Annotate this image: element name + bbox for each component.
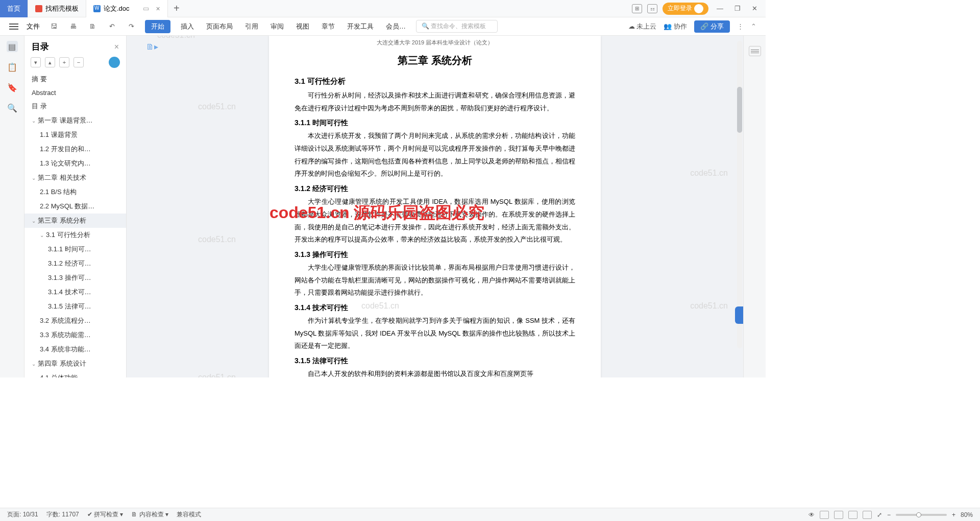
ribbon-tab-ref[interactable]: 引用 <box>243 19 260 34</box>
tab-document[interactable]: 论文.doc▭× <box>86 0 168 17</box>
outline-list[interactable]: 摘 要Abstract目 录⌄第一章 课题背景…1.1 课题背景1.2 开发目的… <box>24 72 126 377</box>
fire-icon <box>35 5 42 12</box>
chapter-title: 第三章 系统分析 <box>295 54 575 67</box>
outline-item[interactable]: 3.1.2 经济可… <box>24 256 126 271</box>
close-icon[interactable]: × <box>114 42 119 52</box>
paragraph: 可行性分析从时间，经济以及操作和技术上面进行调查和研究，确保合理利用信息资源，避… <box>295 89 575 114</box>
outline-item[interactable]: ⌄第二章 相关技术 <box>24 171 126 185</box>
layout-icon[interactable]: ⊞ <box>632 4 642 13</box>
collab-button[interactable]: 👥 协作 <box>664 22 687 31</box>
paragraph: 作为计算机专业学生，在学校期间就学习到许多关于编程方面的知识，像 SSM 技术，… <box>295 315 575 352</box>
avatar-icon <box>694 4 703 13</box>
search-rail-icon[interactable]: 🔍 <box>7 102 18 113</box>
heading-4: 3.1.3 操作可行性 <box>295 250 575 259</box>
outline-item[interactable]: 3.1.1 时间可… <box>24 242 126 256</box>
maximize-button[interactable]: ❐ <box>731 5 744 12</box>
ribbon: 文件 🖫 🖶 🗎 ↶ ↷ 开始 插入 页面布局 引用 审阅 视图 章节 开发工具… <box>0 17 766 36</box>
outline-item[interactable]: 3.1.4 技术可… <box>24 285 126 299</box>
screen-icon[interactable]: ▭ <box>143 5 149 12</box>
watermark: code51.cn <box>157 36 195 40</box>
ribbon-tab-insert[interactable]: 插入 <box>179 19 196 34</box>
left-rail: ▤ 📋 🔖 🔍 <box>0 36 24 377</box>
heading-4: 3.1.4 技术可行性 <box>295 303 575 313</box>
tab-label: 论文.doc <box>104 4 130 13</box>
minimize-button[interactable]: — <box>714 5 726 12</box>
outline-panel: 目录× ▾ ▴ + − 摘 要Abstract目 录⌄第一章 课题背景…1.1 … <box>24 36 127 377</box>
paragraph: 大学生心理健康管理系统的界面设计比较简单，界面布局根据用户日常使用习惯进行设计，… <box>295 262 575 299</box>
word-icon <box>93 5 101 12</box>
heading-4: 3.1.1 时间可行性 <box>295 119 575 128</box>
ribbon-tab-start[interactable]: 开始 <box>145 20 170 33</box>
paragraph: 自己本人开发的软件和用到的资料来源都是图书馆以及百度文库和百度网页等 <box>295 368 575 377</box>
outline-item[interactable]: 3.2 系统流程分… <box>24 314 126 328</box>
clipboard-icon[interactable]: 📋 <box>7 61 18 73</box>
page-indicator-icon: 🗎▸ <box>146 42 158 52</box>
menu-icon[interactable] <box>9 23 18 30</box>
redo-icon[interactable]: ↷ <box>126 21 137 32</box>
window-close-button[interactable]: ✕ <box>749 5 761 12</box>
ribbon-tab-section[interactable]: 章节 <box>320 19 337 34</box>
new-tab-button[interactable]: + <box>168 3 185 14</box>
more-icon[interactable]: ⋮ <box>737 22 744 30</box>
outline-item[interactable]: ⌄第一章 课题背景… <box>24 113 126 128</box>
undo-icon[interactable]: ↶ <box>106 21 117 32</box>
outline-badge-icon[interactable] <box>109 57 120 68</box>
outline-item[interactable]: 1.3 论文研究内… <box>24 156 126 171</box>
scrollbar[interactable] <box>737 41 742 348</box>
chevron-up-icon[interactable]: ⌃ <box>751 22 756 30</box>
document-area[interactable]: code51.cn 🗎▸ 大连交通大学 2019 届本科生毕业设计（论文） 第三… <box>127 36 743 377</box>
outline-item[interactable]: Abstract <box>24 86 126 99</box>
outline-item[interactable]: 4.1 总体功能 <box>24 371 126 377</box>
tab-home[interactable]: 首页 <box>0 0 28 17</box>
outline-item[interactable]: 目 录 <box>24 99 126 113</box>
tab-templates[interactable]: 找稻壳模板 <box>28 0 86 17</box>
ribbon-tab-view[interactable]: 视图 <box>294 19 311 34</box>
outline-item[interactable]: 3.1.5 法律可… <box>24 299 126 314</box>
preview-icon[interactable]: 🗎 <box>87 21 98 32</box>
panel-toggle-button[interactable] <box>749 46 761 56</box>
outline-item[interactable]: ⌄第三章 系统分析 <box>24 214 126 228</box>
tab-label: 找稻壳模板 <box>45 4 79 13</box>
outline-item[interactable]: 3.4 系统非功能… <box>24 342 126 357</box>
paragraph: 大学生心理健康管理系统的开发工具使用 IDEA，数据库选用 MySQL 数据库，… <box>295 196 575 246</box>
ribbon-tab-member[interactable]: 会员… <box>384 19 408 34</box>
heading-3: 3.1 可行性分析 <box>295 77 575 86</box>
watermark: code51.cn <box>198 235 236 244</box>
watermark: code51.cn <box>198 102 236 111</box>
remove-button[interactable]: − <box>74 57 84 67</box>
ribbon-tab-layout[interactable]: 页面布局 <box>204 19 235 34</box>
outline-item[interactable]: 摘 要 <box>24 72 126 86</box>
outline-item[interactable]: 2.1 B/S 结构 <box>24 185 126 199</box>
outline-item[interactable]: 2.2 MySQL 数据… <box>24 199 126 214</box>
outline-item[interactable]: 3.3 系统功能需… <box>24 328 126 342</box>
outline-item[interactable]: 1.2 开发目的和… <box>24 142 126 156</box>
print-icon[interactable]: 🖶 <box>67 21 79 32</box>
save-icon[interactable]: 🖫 <box>48 21 59 32</box>
apps-icon[interactable]: ⚏ <box>647 4 657 13</box>
outline-icon[interactable]: ▤ <box>7 41 18 52</box>
outline-item[interactable]: 1.1 课题背景 <box>24 128 126 142</box>
login-button[interactable]: 立即登录 <box>663 3 708 15</box>
side-tab-button[interactable] <box>735 306 743 324</box>
scrollbar-thumb[interactable] <box>737 87 742 133</box>
collapse-all-button[interactable]: ▾ <box>31 57 41 67</box>
search-input[interactable]: 🔍 查找命令、搜索模板 <box>416 20 498 33</box>
outline-item[interactable]: ⌄第四章 系统设计 <box>24 357 126 371</box>
cloud-status[interactable]: ☁ 未上云 <box>628 22 657 31</box>
ribbon-tab-review[interactable]: 审阅 <box>268 19 286 34</box>
bookmark-icon[interactable]: 🔖 <box>7 82 18 93</box>
search-placeholder: 查找命令、搜索模板 <box>431 22 486 30</box>
close-icon[interactable]: × <box>156 5 160 13</box>
heading-4: 3.1.5 法律可行性 <box>295 357 575 366</box>
paragraph: 本次进行系统开发，我预留了两个月时间来完成，从系统的需求分析，功能结构设计，功能… <box>295 130 575 180</box>
add-button[interactable]: + <box>59 57 69 67</box>
ribbon-tab-dev[interactable]: 开发工具 <box>345 19 376 34</box>
title-bar: 首页 找稻壳模板 论文.doc▭× + ⊞ ⚏ 立即登录 — ❐ ✕ <box>0 0 766 17</box>
outline-item[interactable]: ⌄3.1 可行性分析 <box>24 228 126 242</box>
outline-title: 目录 <box>32 41 49 53</box>
page: 大连交通大学 2019 届本科生毕业设计（论文） 第三章 系统分析 3.1 可行… <box>269 36 601 377</box>
outline-item[interactable]: 3.1.3 操作可… <box>24 271 126 285</box>
share-button[interactable]: 🔗 分享 <box>694 20 730 33</box>
file-menu[interactable]: 文件 <box>27 22 40 31</box>
expand-all-button[interactable]: ▴ <box>45 57 55 67</box>
